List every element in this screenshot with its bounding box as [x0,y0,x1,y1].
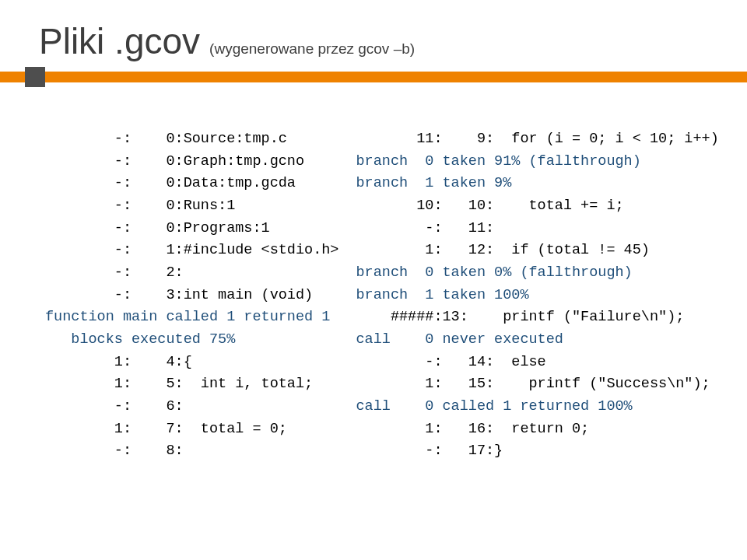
code-line: 1: 4:{ [45,354,192,370]
code-line-highlight: branch 0 taken 91% (fallthrough) [356,153,640,170]
code-line: -: 0:Runs:1 [45,198,235,214]
title-sub: (wygenerowane przez gcov –b) [209,40,415,58]
code-line: -: 0:Graph:tmp.gcno [45,153,304,170]
code-line: -: 8: [45,443,184,459]
code-line: -: 6: [45,398,184,415]
slide-title: Pliki .gcov (wygenerowane przez gcov –b) [39,20,415,62]
code-line-highlight: function main called 1 returned 1 blocks… [45,309,330,348]
code-line: -: 0:Data:tmp.gcda [45,175,296,191]
code-line: -: 0:Programs:1 [45,220,270,236]
code-line: 1: 12: if (total != 45) [356,242,649,258]
code-line: -: 17:} [356,443,503,459]
code-line-highlight: branch 1 taken 100% [356,287,528,303]
code-line-highlight: call 0 called 1 returned 100% [356,398,632,415]
code-line-highlight: branch 0 taken 0% (fallthrough) [356,264,632,281]
code-line: 1: 15: printf ("Success\n"); [356,376,710,392]
code-columns: -: 0:Source:tmp.c -: 0:Graph:tmp.gcno -:… [45,128,707,463]
code-line: 1: 5: int i, total; [45,376,313,392]
code-line: 11: 9: for (i = 0; i < 10; i++) [356,131,718,147]
code-line: -: 11: [356,220,494,236]
title-main: Pliki .gcov [39,20,200,62]
code-line: -: 2: [45,264,184,281]
code-line: -: 3:int main (void) [45,287,313,303]
left-code-column: -: 0:Source:tmp.c -: 0:Graph:tmp.gcno -:… [45,128,338,463]
code-line: #####:13: printf ("Failure\n"); [356,309,684,325]
code-line: 1: 16: return 0; [356,421,589,437]
code-line: 1: 7: total = 0; [45,421,287,437]
code-line-highlight: call 0 never executed [356,331,563,348]
code-line: -: 0:Source:tmp.c [45,131,287,147]
divider-stripe [0,72,747,82]
code-line: -: 14: else [356,354,545,370]
right-code-column: 11: 9: for (i = 0; i < 10; i++) branch 0… [356,128,718,463]
code-line: 10: 10: total += i; [356,198,623,214]
code-line: -: 1:#include <stdio.h> [45,242,338,258]
code-line-highlight: branch 1 taken 9% [356,175,511,191]
divider-box [25,67,45,87]
